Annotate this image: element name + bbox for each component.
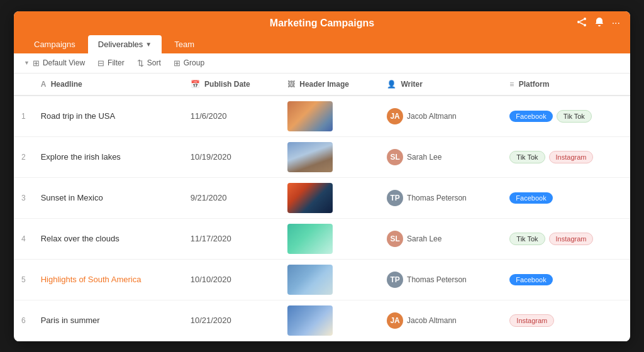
data-table: A Headline 📅 Publish Date 🖼 Header Image…	[14, 74, 630, 341]
toolbar-view-toggle[interactable]: ▼ ⊞ Default View	[24, 58, 85, 68]
row-headline[interactable]: Highlights of South America	[33, 259, 183, 300]
platform-badge: Instagram	[549, 233, 594, 245]
table-row: 3Sunset in Mexico9/21/2020TPThomas Peter…	[14, 177, 630, 218]
tab-deliverables[interactable]: Deliverables ▼	[88, 35, 162, 53]
row-writer: SLSarah Lee	[379, 136, 502, 177]
platform-badge: Facebook	[509, 192, 552, 204]
toolbar-filter[interactable]: ⊟ Filter	[97, 58, 125, 68]
row-headline[interactable]: Explore the irish lakes	[33, 136, 183, 177]
row-writer: TPThomas Peterson	[379, 259, 502, 300]
table-row: 6Paris in summer10/21/2020JAJacob Altman…	[14, 300, 630, 341]
app-title: Marketing Campaigns	[270, 18, 374, 29]
platform-badge: Tik Tok	[509, 151, 545, 163]
row-platforms: FacebookTik Tok	[502, 96, 630, 137]
col-platform[interactable]: ≡ Platform	[502, 74, 630, 96]
col-publish-date[interactable]: 📅 Publish Date	[183, 74, 280, 96]
thumbnail-image	[287, 101, 333, 131]
toolbar-group[interactable]: ⊞ Group	[174, 58, 204, 68]
platform-badge: Facebook	[509, 274, 552, 285]
row-header-image	[280, 177, 379, 218]
grid-icon: ⊞	[33, 58, 40, 68]
writer-avatar: JA	[387, 108, 403, 124]
row-platforms: Tik TokInstagram	[502, 218, 630, 259]
view-arrow-icon: ▼	[24, 60, 30, 66]
writer-col-icon: 👤	[387, 80, 396, 89]
row-header-image	[280, 96, 379, 137]
platform-badge: Tik Tok	[557, 110, 592, 123]
writer-name: Thomas Peterson	[407, 194, 467, 202]
thumbnail-image	[287, 265, 333, 295]
platform-badge: Facebook	[509, 111, 552, 122]
row-headline[interactable]: Paris in summer	[33, 300, 183, 341]
table-header-row: A Headline 📅 Publish Date 🖼 Header Image…	[14, 74, 630, 96]
writer-avatar: TP	[387, 272, 403, 288]
row-number: 6	[14, 300, 33, 341]
writer-name: Thomas Peterson	[407, 275, 467, 284]
row-header-image	[280, 259, 379, 300]
row-number: 4	[14, 218, 33, 259]
platform-badge: Tik Tok	[509, 233, 545, 245]
share-icon[interactable]	[577, 17, 587, 30]
svg-point-0	[584, 18, 586, 20]
more-icon[interactable]: ···	[612, 18, 620, 29]
writer-avatar: SL	[387, 149, 403, 165]
row-platforms: Facebook	[502, 177, 630, 218]
platform-badge: Instagram	[549, 151, 594, 163]
row-number: 5	[14, 259, 33, 300]
row-headline[interactable]: Sunset in Mexico	[33, 177, 183, 218]
platform-badge: Instagram	[509, 314, 554, 327]
row-headline[interactable]: Road trip in the USA	[33, 96, 183, 137]
table-container: A Headline 📅 Publish Date 🖼 Header Image…	[14, 74, 630, 341]
row-writer: TPThomas Peterson	[379, 177, 502, 218]
svg-point-1	[577, 21, 580, 23]
sort-icon: ⇅	[137, 58, 144, 68]
col-headline[interactable]: A Headline	[33, 74, 183, 96]
toolbar: ▼ ⊞ Default View ⊟ Filter ⇅ Sort ⊞ Group	[14, 53, 630, 74]
group-icon: ⊞	[174, 58, 180, 68]
col-num	[14, 74, 33, 96]
row-writer: JAJacob Altmann	[379, 300, 502, 341]
filter-icon: ⊟	[97, 58, 104, 68]
header-actions: ···	[577, 17, 620, 30]
row-header-image	[280, 218, 379, 259]
platform-col-icon: ≡	[509, 80, 514, 89]
table-row: 5Highlights of South America10/10/2020TP…	[14, 259, 630, 300]
row-publish-date: 11/6/2020	[183, 96, 280, 137]
table-row: 2Explore the irish lakes10/19/2020SLSara…	[14, 136, 630, 177]
table-row: 1Road trip in the USA11/6/2020JAJacob Al…	[14, 96, 630, 137]
row-publish-date: 9/21/2020	[183, 177, 280, 218]
col-header-image[interactable]: 🖼 Header Image	[280, 74, 379, 96]
writer-avatar: TP	[387, 190, 403, 206]
app-header: Marketing Campaigns ···	[14, 11, 630, 35]
row-header-image	[280, 136, 379, 177]
writer-avatar: JA	[387, 312, 403, 329]
row-publish-date: 10/21/2020	[183, 300, 280, 341]
row-header-image	[280, 300, 379, 341]
thumbnail-image	[287, 142, 333, 172]
row-platforms: Tik TokInstagram	[502, 136, 630, 177]
app-window: Marketing Campaigns ··· Campaigns Delive…	[14, 11, 630, 341]
row-writer: JAJacob Altmann	[379, 96, 502, 137]
row-headline[interactable]: Relax over the clouds	[33, 218, 183, 259]
writer-name: Jacob Altmann	[407, 112, 457, 121]
nav-tabs: Campaigns Deliverables ▼ Team	[14, 35, 630, 53]
col-writer[interactable]: 👤 Writer	[379, 74, 502, 96]
row-platforms: Instagram	[502, 300, 630, 341]
tab-arrow: ▼	[145, 41, 152, 48]
row-number: 1	[14, 96, 33, 137]
thumbnail-image	[287, 224, 333, 254]
writer-name: Sarah Lee	[407, 153, 441, 162]
toolbar-sort[interactable]: ⇅ Sort	[137, 58, 161, 68]
writer-avatar: SL	[387, 231, 403, 247]
tab-campaigns[interactable]: Campaigns	[24, 35, 86, 53]
date-col-icon: 📅	[191, 80, 200, 89]
row-number: 2	[14, 136, 33, 177]
row-writer: SLSarah Lee	[379, 218, 502, 259]
table-row: 4Relax over the clouds11/17/2020SLSarah …	[14, 218, 630, 259]
bell-icon[interactable]	[594, 17, 604, 30]
row-publish-date: 10/19/2020	[183, 136, 280, 177]
writer-name: Jacob Altmann	[407, 316, 457, 325]
tab-team[interactable]: Team	[164, 35, 204, 53]
image-col-icon: 🖼	[287, 80, 295, 89]
svg-line-3	[580, 19, 584, 21]
